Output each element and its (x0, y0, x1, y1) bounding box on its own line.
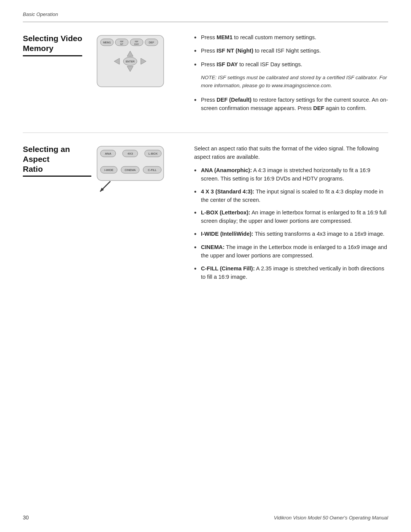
section1-left: Selecting Video Memory MEM1 (23, 34, 183, 89)
bullet-mem1: • Press MEM1 to recall custom memory set… (194, 34, 388, 42)
svg-text:NT: NT (120, 43, 123, 45)
bullet-cinema: • CINEMA: The image in the Letterbox mod… (194, 243, 388, 260)
remote-svg-1: MEM1 ISF NT ISF DAY DEF (95, 34, 166, 89)
bullet-iwide: • I-WIDE (IntelliWide): This setting tra… (194, 230, 388, 239)
svg-text:ISF: ISF (120, 40, 124, 43)
section2-intro: Select an aspect ratio that suits the fo… (194, 144, 388, 161)
section1-bullet-list: • Press MEM1 to recall custom memory set… (194, 34, 388, 69)
section-video-memory: Selecting Video Memory MEM1 (23, 34, 388, 117)
note-block: NOTE: ISF settings must be calibrated an… (201, 74, 388, 90)
breadcrumb-area: Basic Operation (0, 0, 411, 17)
section-aspect-ratio: Selecting an Aspect Ratio ANA 4X3 (23, 144, 388, 286)
svg-text:ANA: ANA (105, 152, 112, 155)
svg-text:DAY: DAY (134, 43, 139, 45)
svg-text:4X3: 4X3 (127, 152, 133, 155)
remote-image-1: MEM1 ISF NT ISF DAY DEF (95, 34, 166, 89)
footer: 30 Vidikron Vision Model 50 Owner's Oper… (0, 514, 411, 521)
section1-right: • Press MEM1 to recall custom memory set… (183, 34, 388, 117)
breadcrumb: Basic Operation (23, 11, 58, 17)
svg-text:C-FILL: C-FILL (148, 168, 157, 172)
section2-right: Select an aspect ratio that suits the fo… (183, 144, 388, 286)
bullet-4x3: • 4 X 3 (Standard 4:3): The input signal… (194, 188, 388, 204)
footer-page-number: 30 (23, 514, 29, 521)
section-divider (23, 133, 388, 133)
main-content: Selecting Video Memory MEM1 (0, 22, 411, 324)
section2-title: Selecting an Aspect Ratio (23, 144, 91, 177)
page-container: Basic Operation Selecting Video Memory (0, 0, 411, 532)
section2-title-block: Selecting an Aspect Ratio (23, 144, 91, 177)
svg-text:CINEMA: CINEMA (124, 168, 135, 172)
section1-title: Selecting Video Memory (23, 34, 82, 56)
footer-doc-title: Vidikron Vision Model 50 Owner's Operati… (274, 515, 388, 521)
remote2-wrapper: ANA 4X3 L-BOX I-WIDE CINEMA (95, 144, 166, 196)
bullet-isfday: • Press ISF DAY to recall ISF Day settin… (194, 61, 388, 69)
svg-text:ENTER: ENTER (126, 60, 135, 63)
svg-text:MEM1: MEM1 (103, 41, 111, 44)
section1-title-block: Selecting Video Memory (23, 34, 91, 56)
bullet-def: • Press DEF (Default) to restore factory… (194, 96, 388, 113)
section2-bullet-list: • ANA (Anamorphic): A 4:3 image is stret… (194, 166, 388, 281)
bullet-cfill: • C-FILL (Cinema Fill): A 2.35 image is … (194, 265, 388, 281)
svg-text:DEF: DEF (149, 41, 154, 44)
remote-svg-2: ANA 4X3 L-BOX I-WIDE CINEMA (95, 144, 166, 182)
svg-text:L-BOX: L-BOX (148, 152, 158, 155)
bullet-ana: • ANA (Anamorphic): A 4:3 image is stret… (194, 166, 388, 183)
bullet-isfnt: • Press ISF NT (Night) to recall ISF Nig… (194, 47, 388, 56)
pointer-arrow (97, 179, 112, 196)
svg-text:I-WIDE: I-WIDE (104, 168, 113, 172)
arrow-svg (97, 179, 112, 195)
section2-left: Selecting an Aspect Ratio ANA 4X3 (23, 144, 183, 196)
svg-text:ISF: ISF (135, 40, 139, 43)
bullet-lbox: • L-BOX (Letterbox): An image in letterb… (194, 209, 388, 225)
section1-bullet-list-def: • Press DEF (Default) to restore factory… (194, 96, 388, 113)
